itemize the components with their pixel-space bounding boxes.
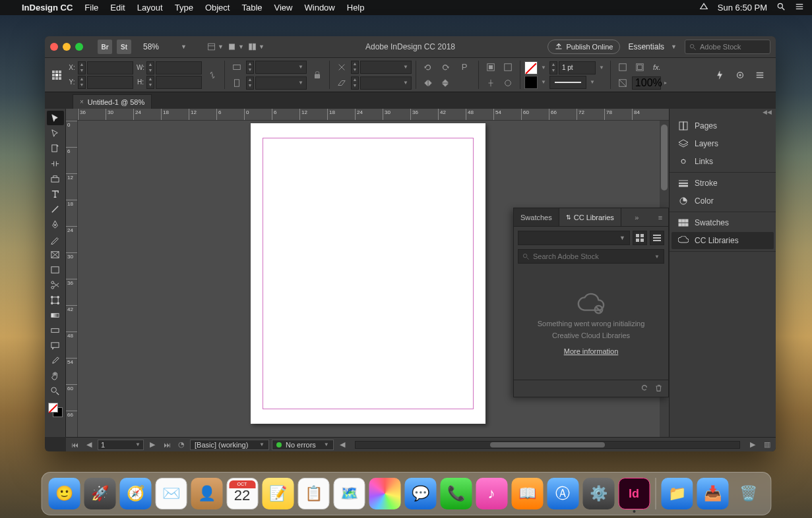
scroll-left-button[interactable]: ◀ [336,440,348,449]
maps-dock-icon[interactable]: 🗺️ [333,478,365,509]
pencil-tool[interactable] [47,232,64,246]
horizontal-ruler[interactable]: 363024181260612182430364248546066727884 [66,109,669,121]
trash-dock-icon[interactable]: 🗑️ [732,478,764,509]
applications-folder-dock-icon[interactable]: 📁 [661,478,693,509]
y-stepper[interactable]: ▲▼ [78,76,86,89]
zoom-tool[interactable] [47,384,64,398]
app-menu[interactable]: InDesign CC [16,0,78,15]
gap-tool[interactable] [47,156,64,171]
opacity-dropdown-icon[interactable]: ▸ [662,80,669,86]
select-next-icon[interactable] [500,76,516,90]
fill-swatch[interactable] [524,61,538,74]
select-prev-icon[interactable] [483,76,499,90]
select-container-icon[interactable] [483,60,499,74]
stroke-style-field[interactable] [549,76,586,89]
w-stepper[interactable]: ▲▼ [146,61,154,74]
view-options-icon[interactable]: ▼ [208,40,224,54]
split-view-icon[interactable]: ▥ [761,440,773,449]
scale-y-field[interactable]: ▼ [255,76,307,90]
cc-status-icon[interactable] [699,2,708,13]
content-collector-tool[interactable] [47,171,64,186]
constrain-scale-icon[interactable] [309,68,325,82]
reminders-dock-icon[interactable]: 📋 [297,478,329,509]
shear-stepper[interactable]: ▲▼ [351,76,359,90]
line-tool[interactable] [47,202,64,216]
h-stepper[interactable]: ▲▼ [146,76,154,89]
ibooks-dock-icon[interactable]: 📖 [511,478,543,509]
menu-table[interactable]: Table [235,0,268,15]
note-tool[interactable] [47,338,64,353]
appstore-dock-icon[interactable]: Ⓐ [547,478,578,509]
type-tool[interactable] [47,187,64,201]
fill-stroke-proxy[interactable] [48,403,63,417]
screen-mode-icon[interactable]: ▼ [228,40,244,54]
free-transform-tool[interactable] [47,293,64,307]
first-page-button[interactable]: ⏮ [69,441,80,449]
library-search[interactable]: Search Adobe Stock ▼ [518,249,664,264]
rotate-ccw-icon[interactable] [420,60,436,74]
window-minimize-button[interactable] [63,43,71,51]
more-information-link[interactable]: More information [564,347,619,355]
rotate-field[interactable]: ▼ [360,61,412,74]
pen-tool[interactable] [47,217,64,231]
library-selector[interactable]: ▼ [518,231,630,245]
menu-object[interactable]: Object [199,0,236,15]
canvas[interactable]: Swatches ⇅CC Libraries » ≡ ▼ [78,121,669,437]
prev-page-button[interactable]: ◀ [83,440,95,449]
next-page-button[interactable]: ▶ [146,440,158,449]
preflight-profile[interactable]: [Basic] (working)▼ [190,440,269,450]
control-center-icon[interactable] [795,2,804,13]
zoom-dropdown-icon[interactable]: ▼ [181,43,187,50]
go-to-stock[interactable]: St [117,40,131,54]
stroke-style-dropdown-icon[interactable]: ▼ [588,79,597,85]
scale-x-stepper[interactable]: ▲▼ [246,61,254,74]
shear-field[interactable]: ▼ [360,76,412,90]
window-zoom-button[interactable] [75,43,83,51]
color-panel-button[interactable]: Color [671,192,774,210]
spotlight-icon[interactable] [776,2,786,13]
panel-menu-icon[interactable]: ≡ [652,208,668,226]
preflight-status[interactable]: No errors▼ [272,440,334,450]
close-tab-icon[interactable]: × [80,98,84,105]
stroke-panel-button[interactable]: Stroke [671,175,774,192]
quick-apply-icon[interactable] [712,68,728,82]
stroke-swatch[interactable] [524,76,538,89]
w-field[interactable] [156,61,202,74]
page-number-field[interactable]: 1▼ [98,440,144,450]
fit-frame-icon[interactable] [632,60,648,74]
constrain-wh-icon[interactable] [204,68,220,82]
messages-dock-icon[interactable]: 💬 [404,478,436,509]
photos-dock-icon[interactable] [369,478,400,509]
page[interactable] [251,123,485,424]
open-indicator-icon[interactable]: ◔ [175,440,187,449]
collapse-panel-icon[interactable]: » [629,208,644,226]
flip-v-icon[interactable] [437,76,453,90]
cc-libraries-panel-button[interactable]: CC Libraries [671,232,774,249]
page-tool[interactable] [47,141,64,156]
scissors-tool[interactable] [47,277,64,292]
h-field[interactable] [156,76,202,89]
grid-view-button[interactable] [633,231,647,245]
menubar-clock[interactable]: Sun 6:50 PM [718,3,767,13]
rotate-stepper[interactable]: ▲▼ [351,61,359,74]
collapse-dock-icon[interactable]: ◀◀ [670,109,776,115]
go-to-bridge[interactable]: Br [98,40,112,54]
menu-file[interactable]: File [78,0,104,15]
fill-dropdown-icon[interactable]: ▼ [539,65,548,71]
opacity-field[interactable]: 100% [632,76,661,90]
clear-transforms-icon[interactable]: P [454,60,474,74]
horizontal-scrollbar[interactable] [355,441,740,449]
eyedropper-tool[interactable] [47,353,64,368]
swatches-panel-button[interactable]: Swatches [671,214,774,231]
menu-help[interactable]: Help [341,0,371,15]
swatches-panel-tab[interactable]: Swatches [514,208,559,226]
menu-edit[interactable]: Edit [104,0,131,15]
menu-view[interactable]: View [268,0,299,15]
fx-icon[interactable]: fx. [649,60,665,74]
safari-dock-icon[interactable]: 🧭 [119,478,151,509]
stroke-dropdown-icon[interactable]: ▼ [539,79,548,85]
stock-search[interactable]: Adobe Stock [685,40,770,54]
arrange-docs-icon[interactable]: ▼ [249,40,265,54]
reference-point-icon[interactable] [51,70,62,80]
links-panel-button[interactable]: Links [671,153,774,170]
